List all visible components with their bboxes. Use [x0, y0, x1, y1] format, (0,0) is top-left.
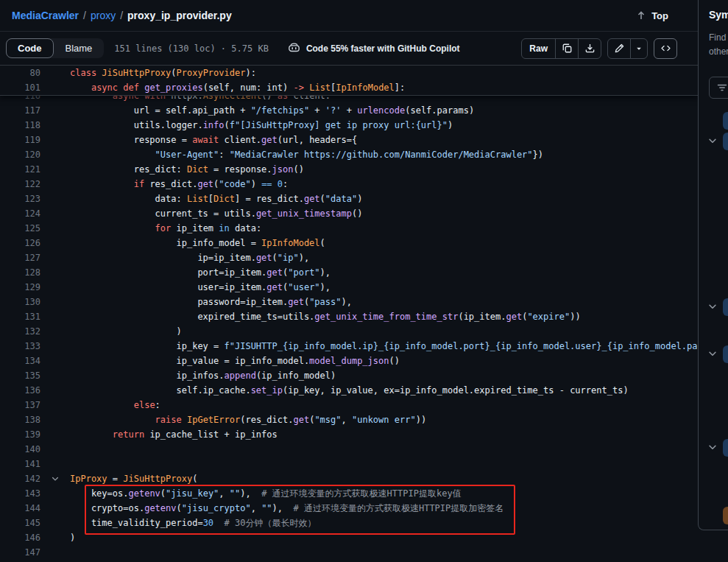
line-number[interactable]: 140: [0, 442, 40, 457]
code-blame-tabs: CodeBlame: [6, 38, 104, 58]
tab-code[interactable]: Code: [6, 38, 54, 58]
chevron-down-icon[interactable]: [707, 136, 718, 149]
code-line-124: 124 current_ts = utils.get_unix_timestam…: [0, 206, 698, 221]
breadcrumb-folder-link[interactable]: proxy: [91, 10, 116, 21]
line-number[interactable]: 125: [0, 221, 40, 236]
line-number[interactable]: 136: [0, 383, 40, 398]
gutter-spacer: [40, 103, 70, 118]
line-number[interactable]: 133: [0, 339, 40, 354]
edit-dropdown-button[interactable]: [630, 38, 648, 59]
download-icon: [584, 43, 596, 54]
code-line-80: 80class JiSuHttpProxy(ProxyProvider):: [0, 66, 698, 80]
code-viewer: 116 async with httpx.AsyncClient() as cl…: [0, 66, 698, 562]
download-button[interactable]: [578, 38, 601, 59]
gutter-spacer: [40, 118, 70, 133]
symbol-kind-badge[interactable]: [723, 507, 728, 524]
code-line-130: 130 password=ip_item.get("pass"),: [0, 295, 698, 309]
code-line-129: 129 user=ip_item.get("user"),: [0, 280, 698, 295]
collapse-chevron-icon[interactable]: [40, 471, 70, 486]
symbols-toggle-button[interactable]: [654, 38, 677, 59]
copy-button[interactable]: [555, 38, 579, 59]
line-number[interactable]: 143: [0, 486, 40, 501]
file-toolbar: CodeBlame 151 lines (130 loc) · 5.75 KB …: [0, 32, 698, 66]
line-number[interactable]: 141: [0, 457, 40, 471]
raw-actions-group: Raw: [521, 38, 601, 59]
symbol-kind-badge[interactable]: [723, 345, 728, 363]
symbol-row-4[interactable]: [699, 439, 728, 457]
symbol-row-5[interactable]: [699, 507, 728, 524]
gutter-spacer: [40, 442, 70, 457]
gutter-spacer: [40, 545, 70, 560]
edit-button[interactable]: [607, 38, 631, 59]
line-number[interactable]: 123: [0, 192, 40, 206]
gutter-spacer: [40, 324, 70, 339]
gutter-spacer: [40, 412, 70, 427]
line-number[interactable]: 118: [0, 118, 40, 133]
line-number[interactable]: 142: [0, 471, 40, 486]
code-text: raise IpGetError(res_dict.get("msg", "un…: [70, 412, 426, 427]
code-line-120: 120 "User-Agent": "MediaCrawler https://…: [0, 147, 698, 162]
line-number[interactable]: 120: [0, 147, 40, 162]
code-line-118: 118 utils.logger.info(f"[JiSuHttpProxy] …: [0, 118, 698, 133]
line-number[interactable]: 132: [0, 324, 40, 339]
line-number[interactable]: 135: [0, 368, 40, 383]
chevron-down-icon[interactable]: [707, 442, 718, 455]
gutter-spacer: [40, 501, 70, 516]
chevron-down-icon[interactable]: [707, 301, 718, 315]
line-number[interactable]: 146: [0, 530, 40, 545]
gutter-spacer: [40, 354, 70, 368]
line-number[interactable]: 126: [0, 236, 40, 250]
tab-blame[interactable]: Blame: [54, 38, 105, 58]
chevron-down-icon[interactable]: [707, 348, 718, 362]
symbols-panel-title: Symbols: [709, 9, 728, 21]
line-number[interactable]: 127: [0, 250, 40, 265]
code-line-141: 141: [0, 457, 698, 471]
code-line-143: 143 key=os.getenv("jisu_key", ""), # 通过环…: [0, 486, 698, 501]
code-line-134: 134 ip_value = ip_info_model.model_dump_…: [0, 354, 698, 368]
line-number[interactable]: 147: [0, 545, 40, 560]
line-number[interactable]: 128: [0, 265, 40, 280]
code-text: response = await client.get(url, headers…: [70, 133, 357, 147]
line-number[interactable]: 145: [0, 516, 40, 530]
symbols-filter-input[interactable]: [709, 77, 728, 99]
line-number[interactable]: 129: [0, 280, 40, 295]
code-text: crypto=os.getenv("jisu_crypto", ""), # 通…: [70, 501, 503, 516]
edit-actions-group: [607, 38, 648, 59]
symbol-kind-badge[interactable]: [723, 133, 728, 150]
symbol-kind-badge[interactable]: [723, 439, 728, 457]
line-number[interactable]: 101: [0, 80, 40, 95]
line-number[interactable]: 121: [0, 162, 40, 177]
copilot-banner[interactable]: Code 55% faster with GitHub Copilot: [288, 42, 460, 55]
line-number[interactable]: 117: [0, 103, 40, 118]
code-text: current_ts = utils.get_unix_timestamp(): [70, 206, 362, 221]
line-number[interactable]: 80: [0, 66, 40, 80]
line-number[interactable]: 131: [0, 309, 40, 324]
line-number[interactable]: 124: [0, 206, 40, 221]
code-line-140: 140: [0, 442, 698, 457]
back-to-top-button[interactable]: Top: [631, 7, 673, 24]
gutter-spacer: [40, 486, 70, 501]
line-number[interactable]: 139: [0, 427, 40, 442]
line-number[interactable]: 122: [0, 177, 40, 192]
symbol-row-3[interactable]: [699, 345, 728, 363]
toolbar-actions: Raw: [521, 38, 677, 59]
symbol-row-1[interactable]: [699, 133, 728, 150]
symbol-row-0[interactable]: [699, 112, 728, 130]
symbol-kind-badge[interactable]: [723, 298, 728, 316]
breadcrumb-repo-link[interactable]: MediaCrawler: [12, 10, 79, 21]
raw-button[interactable]: Raw: [521, 38, 556, 59]
symbol-row-2[interactable]: [699, 298, 728, 316]
code-symbols-icon: [660, 43, 671, 54]
line-number[interactable]: 134: [0, 354, 40, 368]
code-line-133: 133 ip_key = f"JISUHTTP_{ip_info_model.i…: [0, 339, 698, 354]
code-text: for ip_item in data:: [70, 221, 261, 236]
line-number[interactable]: 130: [0, 295, 40, 309]
line-number[interactable]: 144: [0, 501, 40, 516]
code-text: else:: [70, 398, 160, 412]
symbol-kind-badge[interactable]: [723, 112, 728, 130]
line-number[interactable]: 119: [0, 133, 40, 147]
gutter-spacer: [40, 398, 70, 412]
code-line-121: 121 res_dict: Dict = response.json(): [0, 162, 698, 177]
line-number[interactable]: 138: [0, 412, 40, 427]
line-number[interactable]: 137: [0, 398, 40, 412]
